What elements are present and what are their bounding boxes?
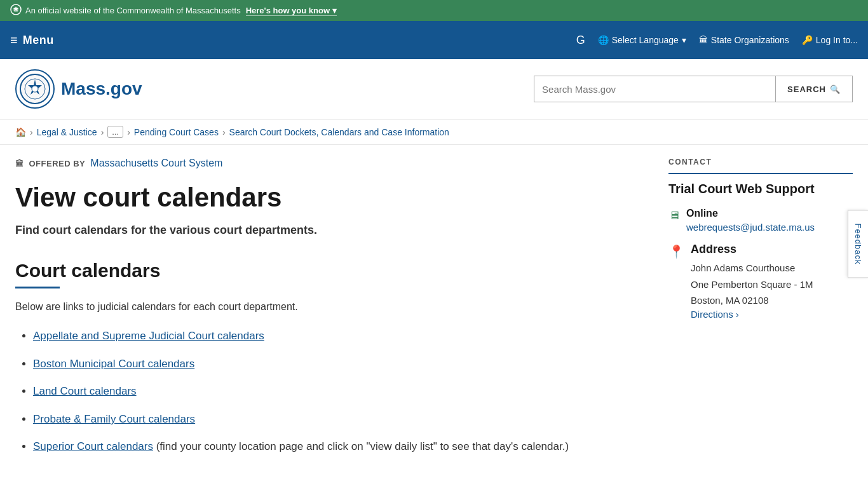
building-icon: 🏛 [699,35,708,45]
breadcrumb-current-label: Search Court Dockets, Calendars and Case… [229,127,449,137]
login-link[interactable]: 🔑 Log In to... [802,35,858,45]
breadcrumb: 🏠 › Legal & Justice › ... › Pending Cour… [0,119,868,145]
offered-by: 🏛 OFFERED BY Massachusetts Court System [15,158,643,169]
directions-link[interactable]: Directions › [691,309,739,320]
sidebar: CONTACT Trial Court Web Support 🖥 Online… [668,158,853,466]
search-area: SEARCH 🔍 [534,76,853,102]
breadcrumb-sep-2: › [101,127,104,137]
feedback-tab[interactable]: Feedback [848,210,868,278]
list-item: Boston Municipal Court calendars [33,356,643,372]
breadcrumb-sep-1: › [30,127,33,137]
search-icon: 🔍 [830,85,841,94]
map-pin-icon: 📍 [668,244,684,259]
court-calendars-list: Appellate and Supreme Judicial Court cal… [15,328,643,455]
search-input[interactable] [534,76,775,102]
breadcrumb-legal-justice-label: Legal & Justice [37,127,97,137]
content-area: 🏛 OFFERED BY Massachusetts Court System … [15,158,643,466]
google-translate-icon: G [576,34,585,47]
ma-seal-icon [10,4,22,17]
list-item: Appellate and Supreme Judicial Court cal… [33,328,643,344]
globe-icon: 🌐 [598,35,609,45]
section-divider [15,287,60,288]
login-icon: 🔑 [802,35,813,45]
email-link[interactable]: webrequests@jud.state.ma.us [686,222,815,233]
contact-address: 📍 Address John Adams Courthouse One Pemb… [668,243,853,320]
address-content: Address John Adams Courthouse One Pember… [691,243,813,320]
select-language-button[interactable]: 🌐 Select Language ▾ [598,35,686,45]
contact-online: 🖥 Online webrequests@jud.state.ma.us [668,208,853,233]
breadcrumb-current-link[interactable]: Search Court Dockets, Calendars and Case… [229,127,449,137]
logo-text: Mass.gov [61,79,142,99]
list-item: Probate & Family Court calendars [33,411,643,428]
breadcrumb-ellipsis[interactable]: ... [107,126,123,138]
list-item: Superior Court calendars (find your coun… [33,438,643,455]
page-title: View court calendars [15,182,643,214]
state-organizations-link[interactable]: 🏛 State Organizations [699,35,789,45]
top-banner: An official website of the Commonwealth … [0,0,868,21]
list-item: Land Court calendars [33,383,643,400]
menu-button[interactable]: ≡ Menu [10,33,54,48]
site-header: Mass.gov SEARCH 🔍 [0,59,868,119]
official-text-container: An official website of the Commonwealth … [10,4,241,17]
land-court-link[interactable]: Land Court calendars [33,385,137,397]
search-button-label: SEARCH [787,85,826,94]
breadcrumb-sep-3: › [127,127,130,137]
superior-court-trailing: (find your county location page and clic… [153,440,569,452]
search-button[interactable]: SEARCH 🔍 [775,76,853,102]
address-line-2: One Pemberton Square - 1M [691,276,813,293]
page-subtitle: Find court calendars for the various cou… [15,224,643,237]
svg-point-4 [32,86,38,92]
address-label: Address [691,243,813,256]
boston-municipal-link[interactable]: Boston Municipal Court calendars [33,358,194,370]
appellate-supreme-link[interactable]: Appellate and Supreme Judicial Court cal… [33,330,264,342]
menu-label: Menu [23,34,54,47]
monitor-icon: 🖥 [668,209,680,222]
email-value: webrequests@jud.state.ma.us [686,222,815,233]
nav-bar: ≡ Menu G 🌐 Select Language ▾ 🏛 State Org… [0,21,868,59]
logo-link[interactable]: Mass.gov [15,69,142,109]
official-text: An official website of the Commonwealth … [25,6,241,15]
how-you-know-link[interactable]: Here's how you know ▾ [246,6,337,16]
seal-svg [19,73,51,105]
contact-online-content: Online webrequests@jud.state.ma.us [686,208,815,233]
address-text: John Adams Courthouse One Pemberton Squa… [691,260,813,309]
probate-family-link[interactable]: Probate & Family Court calendars [33,413,195,425]
address-line-3: Boston, MA 02108 [691,292,813,309]
logo-seal [15,69,55,109]
organization-name: Massachusetts Court System [90,158,222,168]
login-label: Log In to... [816,35,858,45]
state-organizations-label: State Organizations [711,35,789,45]
superior-court-link[interactable]: Superior Court calendars [33,440,153,452]
offered-by-label: OFFERED BY [29,159,86,168]
breadcrumb-legal-justice-link[interactable]: Legal & Justice [37,127,97,137]
main-layout: 🏛 OFFERED BY Massachusetts Court System … [0,145,868,488]
section-description: Below are links to judicial calendars fo… [15,301,643,313]
section-title: Court calendars [15,260,643,281]
hamburger-icon: ≡ [10,33,18,48]
chevron-down-icon: ▾ [332,6,337,15]
building-icon: 🏛 [15,159,24,168]
contact-label: CONTACT [668,158,853,174]
nav-right: G 🌐 Select Language ▾ 🏛 State Organizati… [576,34,858,47]
breadcrumb-pending-court-link[interactable]: Pending Court Cases [134,127,219,137]
breadcrumb-sep-4: › [222,127,226,137]
select-language-label: Select Language [612,35,679,45]
breadcrumb-pending-court-label: Pending Court Cases [134,127,219,137]
how-you-know-text: Here's how you know [246,6,330,15]
contact-title: Trial Court Web Support [668,182,853,196]
chevron-down-icon: ▾ [682,35,686,45]
organization-link[interactable]: Massachusetts Court System [90,158,222,169]
online-label: Online [686,208,815,219]
address-line-1: John Adams Courthouse [691,260,813,276]
home-icon: 🏠 [15,127,26,137]
breadcrumb-home-link[interactable]: 🏠 [15,127,26,137]
